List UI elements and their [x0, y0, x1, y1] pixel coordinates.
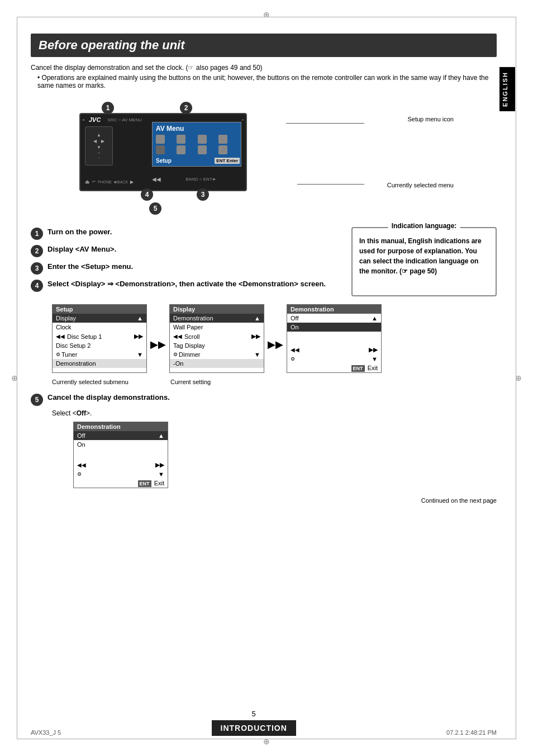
display-item-tagdisplay: Tag Display	[170, 341, 264, 350]
connector-arrow-2: ▶▶	[268, 304, 283, 373]
menu-panels: Setup Display▲ Clock ◀◀Disc Setup 1▶▶ Di…	[52, 304, 497, 373]
display-item-demo: Demonstration▲	[170, 314, 264, 323]
page-number: 5	[212, 710, 296, 718]
currently-selected-line	[297, 184, 364, 185]
step-4-row: 4 Select <Display> ⇒ <Demonstration>, th…	[31, 279, 342, 292]
demonstration-panel-header: Demonstration	[287, 305, 381, 314]
panel-label-left: Currently selected submenu	[52, 379, 147, 385]
callout-1: 1	[102, 102, 114, 114]
language-tab: ENGLISH	[499, 67, 515, 111]
callout-4: 4	[141, 188, 153, 201]
setup-menu-icon-label: Setup menu icon	[407, 116, 454, 122]
intro-line1: Cancel the display demonstration and set…	[31, 64, 497, 72]
setup-item-display: Display▲	[53, 314, 146, 323]
step-1-text: Turn on the power.	[47, 227, 112, 237]
step-3-row: 3 Enter the <Setup> menu.	[31, 262, 342, 275]
demo2-item-off: Off▲	[74, 431, 168, 440]
step-2-text: Display <AV Menu>.	[47, 244, 116, 254]
setup-panel: Setup Display▲ Clock ◀◀Disc Setup 1▶▶ Di…	[52, 304, 147, 373]
steps-container: 1 Turn on the power. 2 Display <AV Menu>…	[31, 227, 497, 296]
step-2-row: 2 Display <AV Menu>.	[31, 244, 342, 257]
callout-2: 2	[180, 102, 192, 114]
demo-panel2-header: Demonstration	[74, 422, 168, 431]
step-4-circle: 4	[31, 280, 43, 292]
display-item-on: -On	[170, 359, 264, 368]
setup-item-disc1: ◀◀Disc Setup 1▶▶	[53, 332, 146, 341]
page-title: Before operating the unit	[39, 38, 489, 53]
enter-display: ENT Enter	[215, 158, 240, 164]
demo-item-off: Off▲	[287, 314, 381, 323]
page-border-bottom	[17, 739, 516, 739]
demonstration-panel: Demonstration Off▲ On ◀◀▶▶ ⚙▼ ENT Exit	[287, 304, 382, 373]
indication-box: Indication language: In this manual, Eng…	[351, 227, 497, 296]
jvc-unit: - JVC SRC ○ AV MENU - ▲ ◀ ▶ ▼ + −	[79, 113, 247, 191]
reg-mark-left: ⊕	[10, 374, 19, 382]
setup-display: Setup	[156, 158, 172, 164]
demo2-nav-1: ◀◀▶▶	[74, 460, 168, 470]
step-5-circle: 5	[31, 394, 43, 406]
panel-labels: Currently selected submenu Current setti…	[52, 379, 497, 385]
step5-header: 5 Cancel the display demonstrations.	[31, 393, 497, 406]
step5-section: 5 Cancel the display demonstrations. Sel…	[31, 393, 497, 488]
step-1-circle: 1	[31, 228, 43, 240]
step-3-circle: 3	[31, 262, 43, 275]
footer-center: 5 INTRODUCTION	[212, 710, 296, 736]
main-content: Before operating the unit Cancel the dis…	[31, 34, 497, 722]
step-1-row: 1 Turn on the power.	[31, 227, 342, 240]
step5-heading: Cancel the display demonstrations.	[47, 393, 170, 401]
display-item-wallpaper: Wall Paper	[170, 323, 264, 332]
setup-item-tuner: ⚙Tuner▼	[53, 350, 146, 359]
demo2-nav-2: ⚙▼	[74, 470, 168, 479]
step-4-text: Select <Display> ⇒ <Demonstration>, then…	[47, 279, 326, 289]
continued-section: Continued on the next page	[31, 497, 497, 504]
currently-selected-label: Currently selected menu	[387, 182, 454, 188]
step5-sub: Select <Off>.	[52, 409, 497, 417]
intro-bullet: Operations are explained mainly using th…	[37, 74, 497, 89]
av-menu-display: AV Menu	[156, 125, 184, 133]
menu-panels-section: Setup Display▲ Clock ◀◀Disc Setup 1▶▶ Di…	[52, 304, 497, 385]
display-item-dimmer: ⚙Dimmer▼	[170, 350, 264, 359]
setup-panel-header: Setup	[53, 305, 146, 314]
setup-item-demonstration: Demonstration	[53, 359, 146, 368]
callout-5: 5	[149, 202, 161, 215]
indication-body: In this manual, English indications are …	[359, 236, 489, 276]
display-panel-header: Display	[170, 305, 264, 314]
intro-section-tab: INTRODUCTION	[212, 720, 296, 736]
demo-panel2: Demonstration Off▲ On ◀◀▶▶ ⚙▼ ENT Exit	[73, 422, 168, 488]
title-banner: Before operating the unit	[31, 34, 497, 57]
page-border-top	[17, 17, 516, 17]
footer-right: 07.2.1 2:48:21 PM	[446, 729, 497, 736]
footer-left: AVX33_J 5	[31, 729, 61, 736]
page-border-left	[17, 17, 17, 739]
continued-text: Continued on the next page	[421, 497, 497, 504]
callout-3: 3	[197, 188, 209, 201]
demo-panel2-container: Demonstration Off▲ On ◀◀▶▶ ⚙▼ ENT Exit	[52, 422, 497, 488]
footer: AVX33_J 5 5 INTRODUCTION 07.2.1 2:48:21 …	[31, 710, 497, 736]
setup-item-disc2: Disc Setup 2	[53, 341, 146, 350]
introduction-label: INTRODUCTION	[212, 720, 296, 736]
steps-left: 1 Turn on the power. 2 Display <AV Menu>…	[31, 227, 342, 296]
panel-label-right: Current setting	[170, 379, 265, 385]
demo-ent-exit: ENT Exit	[287, 363, 381, 372]
reg-mark-top: ⊕	[262, 10, 271, 19]
jvc-screen: AV Menu Setup ENT Enter	[152, 122, 241, 167]
demo2-ent-exit: ENT Exit	[74, 479, 168, 488]
demo-spacer1	[287, 332, 381, 345]
setup-icon-line	[286, 123, 364, 124]
display-panel: Display Demonstration▲ Wall Paper ◀◀Scro…	[169, 304, 264, 373]
display-item-scroll: ◀◀Scroll▶▶	[170, 332, 264, 341]
indication-title: Indication language:	[388, 222, 460, 230]
demo-nav-1: ◀◀▶▶	[287, 345, 381, 355]
device-diagram: - JVC SRC ○ AV MENU - ▲ ◀ ▶ ▼ + −	[31, 96, 497, 219]
step-2-circle: 2	[31, 245, 43, 257]
step-3-text: Enter the <Setup> menu.	[47, 262, 133, 272]
demo-nav-2: ⚙▼	[287, 355, 381, 363]
setup-item-clock: Clock	[53, 323, 146, 332]
page-border-right	[516, 17, 516, 739]
connector-arrow-1: ▶▶	[150, 304, 166, 373]
demo2-item-on: On	[74, 440, 168, 449]
demo-item-on: On	[287, 323, 381, 332]
